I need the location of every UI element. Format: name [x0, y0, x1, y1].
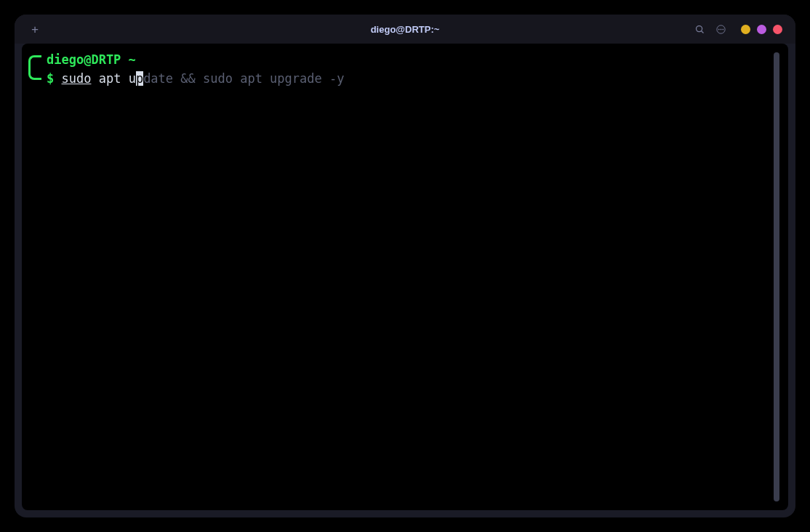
- terminal-content[interactable]: diego@DRTP ~ $ sudo apt update && sudo a…: [26, 51, 769, 503]
- prompt-bracket-icon: [28, 55, 41, 80]
- titlebar-left: +: [28, 23, 42, 36]
- maximize-button[interactable]: [757, 25, 766, 34]
- terminal-cursor: p: [136, 71, 143, 86]
- window-title: diego@DRTP:~: [371, 24, 440, 35]
- window-controls: [741, 25, 782, 34]
- menu-icon[interactable]: [715, 24, 726, 35]
- prompt-context-line: diego@DRTP ~: [29, 51, 769, 70]
- svg-point-4: [721, 29, 721, 30]
- prompt-symbol: $: [47, 71, 54, 86]
- terminal-body[interactable]: diego@DRTP ~ $ sudo apt update && sudo a…: [22, 44, 788, 510]
- minimize-button[interactable]: [741, 25, 750, 34]
- command-autosuggestion: date && sudo apt upgrade -y: [143, 71, 344, 86]
- titlebar: + diego@DRTP:~: [15, 15, 795, 44]
- titlebar-right: [694, 24, 782, 35]
- command-typed: apt u: [91, 71, 135, 86]
- scrollbar[interactable]: [774, 52, 779, 501]
- svg-line-1: [702, 31, 704, 33]
- command-sudo: sudo: [62, 71, 92, 86]
- close-button[interactable]: [773, 25, 782, 34]
- svg-point-3: [718, 29, 719, 30]
- svg-point-5: [723, 29, 723, 30]
- new-tab-icon[interactable]: +: [28, 23, 42, 36]
- prompt-path: ~: [121, 52, 136, 67]
- command-line[interactable]: $ sudo apt update && sudo apt upgrade -y: [29, 70, 769, 89]
- terminal-window: + diego@DRTP:~: [15, 15, 795, 517]
- user-host: diego@DRTP: [47, 52, 121, 67]
- svg-point-0: [697, 25, 702, 31]
- search-icon[interactable]: [694, 24, 705, 35]
